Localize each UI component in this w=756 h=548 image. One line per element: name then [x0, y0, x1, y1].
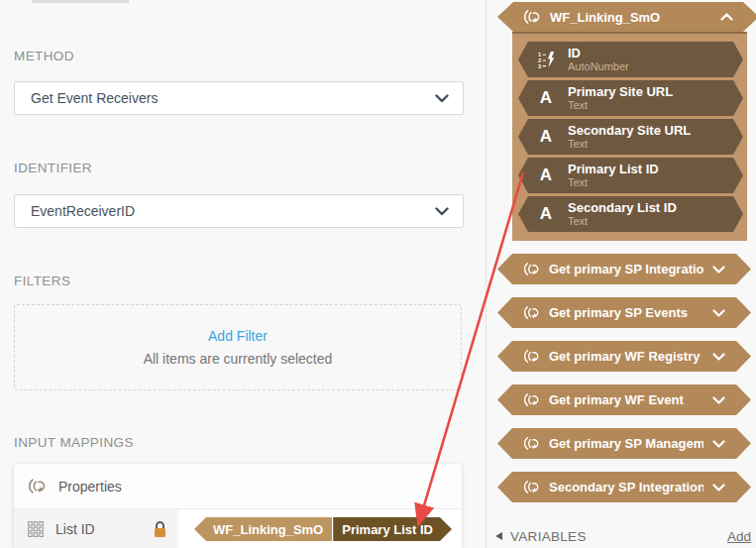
- group-label: Secondary SP Integration Se...: [549, 480, 703, 494]
- identifier-select-value: EventReceiverID: [31, 203, 435, 219]
- panel-divider: [486, 0, 486, 548]
- smartobject-icon: [523, 261, 540, 277]
- field-name: Primary List ID: [568, 162, 659, 176]
- input-mappings-card: Properties List ID WF_Linking_SmO Primar…: [14, 464, 462, 548]
- method-select[interactable]: Get Event Receivers: [14, 81, 464, 115]
- chevron-down-icon: [712, 440, 725, 448]
- autonumber-icon: 1 2 3: [534, 51, 558, 69]
- group-label: Get primary SP Integration S...: [549, 262, 703, 276]
- identifier-select[interactable]: EventReceiverID: [14, 194, 464, 228]
- collapse-triangle-icon[interactable]: [495, 532, 502, 540]
- input-mappings-label: INPUT MAPPINGS: [14, 435, 134, 450]
- chevron-down-icon: [712, 396, 725, 404]
- group-secondary-sp-integration[interactable]: Secondary SP Integration Se...: [497, 472, 751, 502]
- group-get-primary-sp-events[interactable]: Get primary SP Events: [497, 297, 751, 328]
- variables-section-header: VARIABLES Add: [495, 526, 751, 546]
- text-icon: A: [534, 204, 558, 224]
- text-icon: A: [534, 127, 558, 147]
- smartobject-icon: [523, 348, 540, 365]
- group-label: Get primary SP Management...: [549, 436, 703, 451]
- variables-label: VARIABLES: [510, 529, 719, 544]
- group-get-primary-wf-registry[interactable]: Get primary WF Registry: [497, 341, 751, 372]
- method-select-value: Get Event Receivers: [31, 90, 435, 106]
- field-item-id[interactable]: 1 2 3 ID AutoNumber: [518, 42, 743, 77]
- text-icon: A: [534, 88, 558, 108]
- field-name: Secondary Site URL: [568, 123, 691, 138]
- grid-icon: [28, 521, 44, 537]
- field-name: Primary Site URL: [568, 84, 673, 99]
- smartobject-icon: [523, 479, 540, 495]
- add-filter-link[interactable]: Add Filter: [208, 328, 268, 344]
- group-get-primary-wf-event[interactable]: Get primary WF Event: [497, 384, 751, 415]
- field-item-secondary-site-url[interactable]: A Secondary Site URL Text: [518, 119, 743, 155]
- svg-text:3: 3: [537, 62, 540, 68]
- group-get-primary-sp-management[interactable]: Get primary SP Management...: [497, 428, 751, 459]
- smartobject-header-wf-linking-smo[interactable]: WF_Linking_SmO: [497, 2, 756, 32]
- chevron-down-icon: [712, 353, 725, 361]
- group-label: Get primary SP Events: [549, 305, 703, 320]
- text-icon: A: [534, 165, 558, 185]
- smartobject-icon: [523, 8, 541, 26]
- add-variable-link[interactable]: Add: [727, 529, 751, 544]
- chevron-down-icon: [712, 266, 725, 274]
- mapping-property-cell: List ID: [14, 509, 178, 548]
- chevron-down-icon: [435, 94, 449, 103]
- mapping-row-list-id: List ID WF_Linking_SmO Primary List ID: [14, 509, 462, 548]
- group-get-primary-sp-integration[interactable]: Get primary SP Integration S...: [497, 254, 751, 284]
- smartobject-icon: [523, 435, 540, 452]
- smartobject-icon: [28, 477, 47, 495]
- field-name: Secondary List ID: [568, 200, 677, 215]
- clipped-control-fragment: [32, 0, 129, 3]
- field-item-primary-list-id[interactable]: A Primary List ID Text: [518, 158, 743, 193]
- properties-header-label: Properties: [58, 479, 122, 494]
- chevron-down-icon: [435, 207, 449, 216]
- properties-header: Properties: [14, 464, 462, 509]
- field-name: ID: [568, 46, 629, 60]
- chevron-up-icon: [720, 13, 733, 21]
- mapping-tag[interactable]: WF_Linking_SmO Primary List ID: [194, 517, 452, 541]
- chevron-down-icon: [712, 309, 725, 317]
- smartobject-icon: [523, 391, 540, 408]
- field-type: Text: [568, 138, 691, 151]
- field-item-primary-site-url[interactable]: A Primary Site URL Text: [518, 80, 743, 116]
- field-type: Text: [568, 176, 659, 189]
- identifier-label: IDENTIFIER: [14, 161, 92, 175]
- filters-status-text: All items are currently selected: [144, 351, 333, 367]
- method-label: METHOD: [14, 49, 74, 63]
- mapping-tag-source: WF_Linking_SmO: [194, 517, 332, 541]
- field-type: AutoNumber: [568, 60, 629, 73]
- field-type: Text: [568, 215, 677, 228]
- smartobject-icon: [523, 304, 540, 321]
- mapping-value-cell: WF_Linking_SmO Primary List ID: [178, 509, 462, 548]
- filters-dropzone: Add Filter All items are currently selec…: [14, 304, 462, 390]
- mapping-property-name: List ID: [55, 521, 140, 537]
- group-label: Get primary WF Registry: [549, 349, 703, 364]
- mapping-tag-field: Primary List ID: [333, 517, 452, 541]
- smartobject-header-label: WF_Linking_SmO: [550, 10, 711, 25]
- field-item-secondary-list-id[interactable]: A Secondary List ID Text: [518, 196, 743, 232]
- group-label: Get primary WF Event: [549, 392, 703, 407]
- chevron-down-icon: [712, 484, 725, 492]
- field-type: Text: [568, 99, 673, 112]
- lock-icon[interactable]: [152, 520, 168, 539]
- filters-label: FILTERS: [14, 274, 70, 288]
